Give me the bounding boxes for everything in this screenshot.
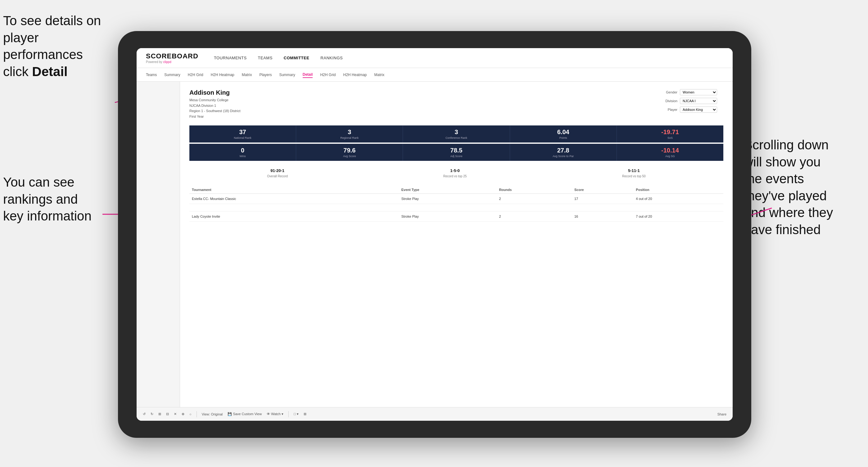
national-rank-value: 37: [193, 129, 292, 136]
avg-score-par-label: Avg Score to Par: [514, 155, 613, 158]
tab-summary2[interactable]: Summary: [279, 72, 295, 77]
main-content: Addison King Mesa Community College NJCA…: [136, 82, 733, 407]
adj-score-value: 78.5: [407, 147, 506, 154]
regional-rank-value: 3: [300, 129, 399, 136]
toolbar-save-view[interactable]: 💾 Save Custom View: [227, 412, 262, 416]
toolbar-view-original[interactable]: View: Original: [202, 412, 223, 416]
tablet-device: SCOREBOARD Powered by clippd TOURNAMENTS…: [118, 31, 751, 438]
tab-players[interactable]: Players: [259, 72, 272, 77]
bottom-toolbar: ↺ ↻ ⊞ ⊟ ✕ ⊕ ○ View: Original 💾 Save Cust…: [136, 407, 733, 421]
stats-row-2: 0 Wins 79.6 Avg Score 78.5 Adj Score 27.…: [189, 144, 723, 161]
toolbar-circle[interactable]: ○: [189, 412, 191, 416]
nav-tournaments[interactable]: TOURNAMENTS: [214, 56, 247, 60]
toolbar-grid1[interactable]: ⊞: [158, 412, 161, 416]
conference-rank-value: 3: [407, 129, 506, 136]
gender-select[interactable]: Women: [680, 89, 717, 95]
top-nav: SCOREBOARD Powered by clippd TOURNAMENTS…: [136, 48, 733, 68]
record-top25: 1-5-0 Record vs top 25: [443, 168, 467, 179]
table-row: Lady Coyote Invite Stroke Play 2 16 7 ou…: [189, 212, 723, 222]
score: 17: [572, 194, 633, 204]
tab-matrix[interactable]: Matrix: [242, 72, 252, 77]
points-value: 6.04: [514, 129, 613, 136]
stat-points: 6.04 Points: [510, 125, 617, 143]
adj-score-label: Adj Score: [407, 155, 506, 158]
col-score: Score: [572, 186, 633, 194]
toolbar-screen[interactable]: □ ▾: [294, 412, 299, 416]
toolbar-watch[interactable]: 👁 Watch ▾: [267, 412, 283, 416]
player-info: Addison King Mesa Community College NJCA…: [189, 89, 240, 119]
avg-sg-value: -10.14: [621, 147, 720, 154]
toolbar-undo[interactable]: ↺: [143, 412, 146, 416]
top50-record-label: Record vs top 50: [622, 175, 646, 178]
regional-rank-label: Regional Rank: [300, 136, 399, 139]
player-year: First Year: [189, 114, 240, 120]
top25-record-value: 1-5-0: [443, 168, 467, 173]
records-row: 91-20-1 Overall Record 1-5-0 Record vs t…: [189, 166, 723, 181]
tab-matrix2[interactable]: Matrix: [374, 72, 385, 77]
tab-teams[interactable]: Teams: [146, 72, 157, 77]
nav-teams[interactable]: TEAMS: [258, 56, 273, 60]
col-event-type: Event Type: [399, 186, 497, 194]
player-division: NJCAA Division 1: [189, 103, 240, 109]
toolbar-close[interactable]: ✕: [174, 412, 177, 416]
player-header: Addison King Mesa Community College NJCA…: [189, 89, 723, 119]
logo: SCOREBOARD: [146, 52, 198, 60]
player-region: Region 1 - Southwest (18) District: [189, 108, 240, 114]
points-label: Points: [514, 136, 613, 139]
wins-label: Wins: [193, 155, 292, 158]
stat-avg-score: 79.6 Avg Score: [296, 144, 403, 161]
wins-value: 0: [193, 147, 292, 154]
toolbar-add[interactable]: ⊕: [182, 412, 184, 416]
toolbar-grid2[interactable]: ⊟: [166, 412, 169, 416]
tab-h2h-heatmap[interactable]: H2H Heatmap: [211, 72, 235, 77]
avg-score-label: Avg Score: [300, 155, 399, 158]
nav-rankings[interactable]: RANKINGS: [320, 56, 343, 60]
player-college: Mesa Community College: [189, 97, 240, 103]
detail-panel: Addison King Mesa Community College NJCA…: [180, 82, 733, 407]
conference-rank-label: Conference Rank: [407, 136, 506, 139]
tab-h2h-grid2[interactable]: H2H Grid: [320, 72, 336, 77]
event-type: Stroke Play: [399, 194, 497, 204]
player-label: Player: [661, 108, 677, 112]
col-tournament: Tournament: [189, 186, 399, 194]
stat-sos: -19.71 SoS: [617, 125, 723, 143]
tournament-name: Estella CC- Mountain Classic: [189, 194, 399, 204]
sub-nav: Teams Summary H2H Grid H2H Heatmap Matri…: [136, 68, 733, 82]
table-row-empty: [189, 204, 723, 212]
avg-score-value: 79.6: [300, 147, 399, 154]
position: 7 out of 20: [633, 212, 723, 222]
player-filter: Player Addison King: [661, 106, 723, 113]
overall-record-value: 91-20-1: [267, 168, 288, 173]
player-filters: Gender Women Division NJCAA I: [661, 89, 723, 119]
position: 4 out of 20: [633, 194, 723, 204]
stat-wins: 0 Wins: [189, 144, 296, 161]
rounds: 2: [496, 194, 572, 204]
main-nav: TOURNAMENTS TEAMS COMMITTEE RANKINGS: [214, 56, 343, 60]
toolbar-grid3[interactable]: ⊞: [304, 412, 306, 416]
tab-summary[interactable]: Summary: [164, 72, 180, 77]
toolbar-redo[interactable]: ↻: [151, 412, 153, 416]
stat-avg-sg: -10.14 Avg SG: [617, 144, 723, 161]
stat-conference-rank: 3 Conference Rank: [403, 125, 510, 143]
player-select[interactable]: Addison King: [680, 106, 717, 113]
tab-h2h-heatmap2[interactable]: H2H Heatmap: [343, 72, 367, 77]
logo-area: SCOREBOARD Powered by clippd: [146, 52, 198, 64]
record-top50: 5-11-1 Record vs top 50: [622, 168, 646, 179]
avg-score-par-value: 27.8: [514, 147, 613, 154]
col-position: Position: [633, 186, 723, 194]
tab-detail[interactable]: Detail: [303, 72, 313, 78]
left-sidebar: [136, 82, 180, 407]
stats-row-1: 37 National Rank 3 Regional Rank 3 Confe…: [189, 125, 723, 143]
top25-record-label: Record vs top 25: [443, 175, 467, 178]
tab-h2h-grid[interactable]: H2H Grid: [188, 72, 203, 77]
tournament-table: Tournament Event Type Rounds Score Posit…: [189, 186, 723, 222]
nav-committee[interactable]: COMMITTEE: [284, 56, 310, 60]
player-name: Addison King: [189, 89, 240, 96]
sos-label: SoS: [621, 136, 720, 139]
toolbar-divider: [196, 411, 197, 417]
rounds: 2: [496, 212, 572, 222]
toolbar-divider2: [288, 411, 289, 417]
logo-subtitle: Powered by clippd: [146, 60, 198, 64]
toolbar-share[interactable]: Share: [717, 412, 726, 416]
division-select[interactable]: NJCAA I: [680, 98, 717, 104]
